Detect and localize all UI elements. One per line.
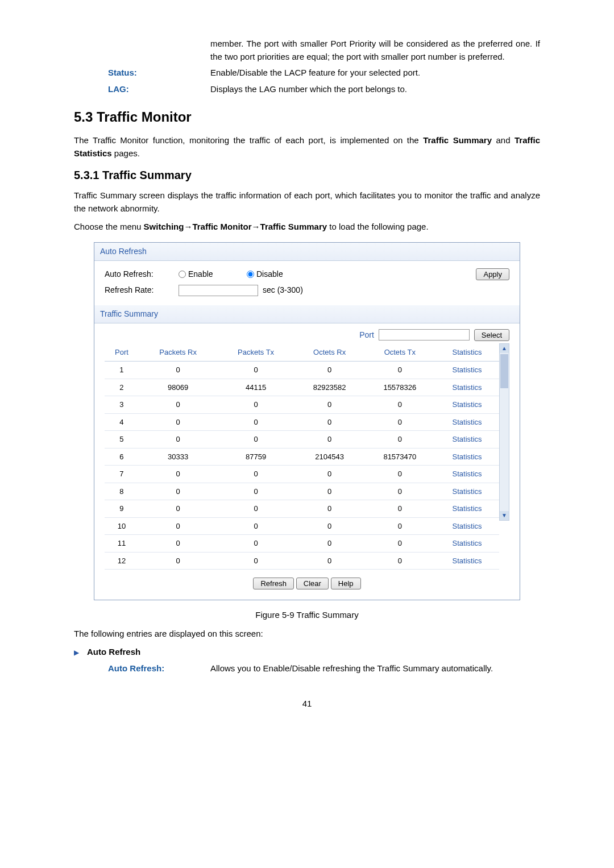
cell-port: 11 [105,535,139,553]
cell-prx: 0 [139,517,218,535]
cell-otx: 0 [364,396,435,414]
intro-part-e: pages. [112,148,140,158]
cell-otx: 0 [364,431,435,448]
statistics-link[interactable]: Statistics [453,504,482,513]
cell-otx: 0 [364,413,435,431]
table-row: 298069441158292358215578326Statistics [105,379,499,396]
figure-caption: Figure 5-9 Traffic Summary [74,609,540,622]
cell-otx: 81573470 [364,448,435,466]
cell-orx: 0 [294,517,365,535]
auto-refresh-panel-body: Auto Refresh: Enable Disable Apply Refre… [94,261,520,305]
cell-otx: 0 [364,362,435,379]
cell-statistics: Statistics [435,552,499,570]
port-input[interactable] [379,329,470,340]
th-statistics: Statistics [435,343,499,362]
entries-intro: The following entries are displayed on t… [74,628,540,641]
refresh-rate-suffix: sec (3-300) [263,284,303,296]
intro-bold-1: Traffic Summary [423,135,492,145]
traffic-summary-panel-title: Traffic Summary [94,305,520,323]
table-body: 10000Statistics2980694411582923582155783… [105,362,499,570]
cell-port: 8 [105,483,139,500]
intro-continuation: member. The port with smaller Port Prior… [108,38,540,95]
cell-statistics: Statistics [435,362,499,379]
cell-orx: 0 [294,431,365,448]
statistics-link[interactable]: Statistics [453,383,482,392]
auto-refresh-label: Auto Refresh: [105,268,179,280]
auto-refresh-def-text: Allows you to Enable/Disable refreshing … [210,662,540,675]
statistics-link[interactable]: Statistics [453,400,482,409]
cell-port: 6 [105,448,139,466]
cell-prx: 0 [139,466,218,483]
disable-radio[interactable]: Disable [247,268,315,280]
enable-radio-input[interactable] [179,271,186,278]
cell-orx: 2104543 [294,448,365,466]
statistics-link[interactable]: Statistics [453,487,482,496]
statistics-link[interactable]: Statistics [453,418,482,426]
cell-statistics: Statistics [435,413,499,431]
disable-radio-text: Disable [256,268,283,280]
scroll-thumb[interactable] [500,354,508,388]
statistics-link[interactable]: Statistics [453,366,482,374]
statistics-link[interactable]: Statistics [453,539,482,547]
apply-button[interactable]: Apply [476,268,509,280]
statistics-link[interactable]: Statistics [453,470,482,478]
cell-prx: 0 [139,362,218,379]
cell-orx: 0 [294,396,365,414]
bullet-icon: ▶ [74,647,79,658]
cell-ptx: 44115 [217,379,294,396]
enable-radio[interactable]: Enable [179,268,247,280]
cell-otx: 15578326 [364,379,435,396]
table-row: 70000Statistics [105,466,499,483]
cell-prx: 30333 [139,448,218,466]
cell-ptx: 0 [217,517,294,535]
page-number: 41 [74,697,540,711]
status-label: Status: [108,67,210,80]
cell-statistics: Statistics [435,517,499,535]
table-row: 80000Statistics [105,483,499,500]
select-button[interactable]: Select [474,329,509,341]
cell-orx: 0 [294,500,365,518]
disable-radio-input[interactable] [247,271,254,278]
statistics-link[interactable]: Statistics [453,435,482,443]
refresh-rate-label: Refresh Rate: [105,284,179,296]
table-scrollbar[interactable]: ▲ ▼ [499,343,509,521]
scroll-up-icon[interactable]: ▲ [500,344,509,353]
cell-prx: 0 [139,431,218,448]
section-5-3-1-heading: 5.3.1 Traffic Summary [74,167,540,184]
cell-prx: 0 [139,552,218,570]
cell-ptx: 0 [217,535,294,553]
statistics-link[interactable]: Statistics [453,452,482,461]
intro-part-a: The Traffic Monitor function, monitoring… [74,135,423,145]
section-5-3-1-p1: Traffic Summary screen displays the traf… [74,189,540,215]
cell-orx: 0 [294,362,365,379]
table-row: 90000Statistics [105,500,499,518]
cell-port: 7 [105,466,139,483]
table-row: 30000Statistics [105,396,499,414]
section-5-3-intro: The Traffic Monitor function, monitoring… [74,134,540,160]
cell-statistics: Statistics [435,500,499,518]
th-packets-tx: Packets Tx [217,343,294,362]
cell-ptx: 0 [217,362,294,379]
cell-prx: 0 [139,500,218,518]
cell-orx: 0 [294,535,365,553]
cell-ptx: 87759 [217,448,294,466]
refresh-button[interactable]: Refresh [253,578,294,589]
table-row: 10000Statistics [105,362,499,379]
scroll-down-icon[interactable]: ▼ [500,511,509,520]
clear-button[interactable]: Clear [296,578,329,589]
statistics-link[interactable]: Statistics [453,556,482,565]
lag-label: LAG: [108,83,210,96]
cell-otx: 0 [364,535,435,553]
refresh-rate-input[interactable] [179,285,258,296]
p2-a: Choose the menu [74,222,144,231]
help-button[interactable]: Help [331,578,361,589]
statistics-link[interactable]: Statistics [453,522,482,530]
cell-port: 4 [105,413,139,431]
table-row: 50000Statistics [105,431,499,448]
cell-port: 5 [105,431,139,448]
th-packets-rx: Packets Rx [139,343,218,362]
intro-part-c: and [492,135,515,145]
th-port: Port [105,343,139,362]
cell-ptx: 0 [217,552,294,570]
lag-text: Displays the LAG number which the port b… [210,83,540,96]
